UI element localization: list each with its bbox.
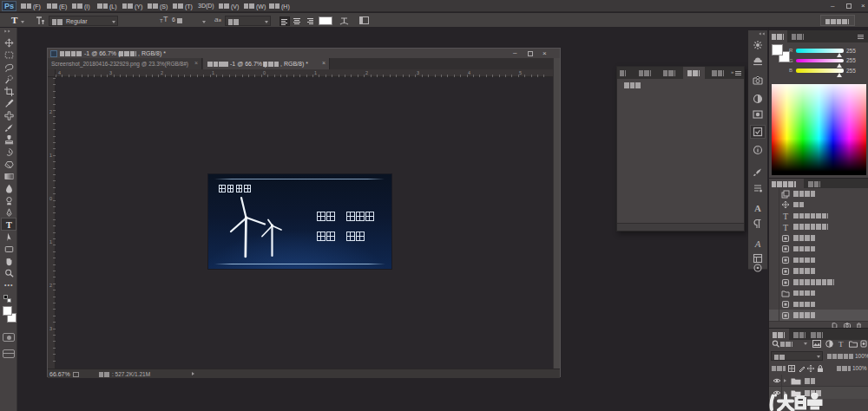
svg-text:T: T xyxy=(783,212,788,220)
svg-text:T: T xyxy=(6,220,12,230)
svg-text:A: A xyxy=(754,238,761,249)
svg-text:T: T xyxy=(783,223,788,232)
svg-text:A: A xyxy=(754,203,761,213)
